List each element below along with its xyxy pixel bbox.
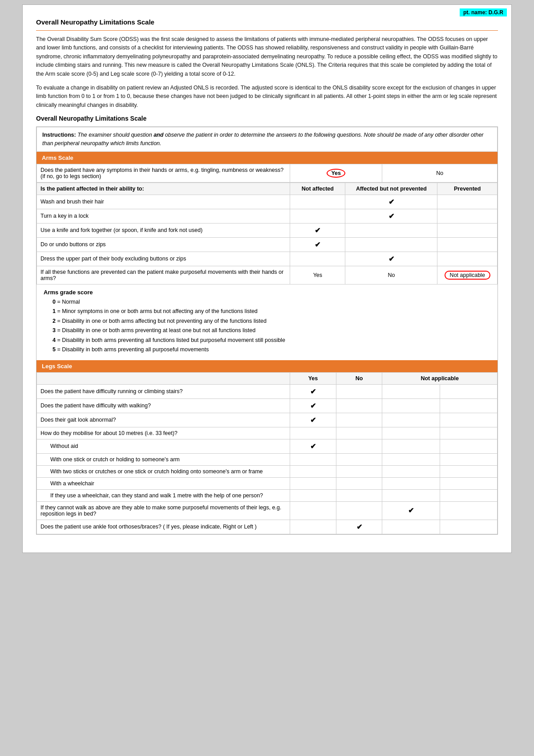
checkmark-icon: ✔ (408, 507, 414, 514)
table-row: If they use a wheelchair, can they stand… (37, 489, 498, 501)
description-2: To evaluate a change in disability on pa… (36, 84, 498, 110)
row-label: With one stick or crutch or holding to s… (37, 453, 290, 465)
na-cell-2 (440, 520, 497, 534)
row-label: If they use a wheelchair, can they stand… (37, 489, 290, 501)
na-cell-2 (440, 427, 497, 439)
row-label: Does the patient have difficulty with wa… (37, 398, 290, 413)
purposeful-movements-row: If all these functions are prevented can… (37, 266, 498, 284)
table-row: Does the patient have difficulty with wa… (37, 398, 498, 413)
arms-grade-section: Arms grade score 0 = Normal 1 = Minor sy… (36, 285, 498, 360)
table-row: Turn a key in a lock ✔ (37, 209, 498, 223)
table-row: Dress the upper part of their body exclu… (37, 252, 498, 266)
row-label: Use a knife and fork together (or spoon,… (37, 223, 290, 237)
na-cell-2 (440, 439, 497, 453)
prevented-cell (437, 209, 498, 223)
checkmark-icon: ✔ (310, 388, 316, 395)
table-row: With two sticks or crutches or one stick… (37, 465, 498, 477)
purposeful-yes-cell: Yes (290, 266, 345, 284)
arms-yes-circled: Yes (327, 169, 345, 178)
no-cell (336, 489, 382, 501)
checkmark-icon: ✔ (310, 443, 316, 450)
table-row: Wash and brush their hair ✔ (37, 195, 498, 209)
instructions-box: Instructions: The examiner should questi… (36, 127, 498, 152)
grade-num: 2 (53, 318, 56, 324)
na-cell-1 (382, 477, 440, 489)
grade-num: 1 (53, 308, 56, 314)
col-question-header: Is the patient affected in their ability… (37, 183, 290, 195)
purposeful-na-cell: Not applicable (437, 266, 498, 284)
list-item: 3 = Disability in one or both arms preve… (53, 327, 498, 335)
na-cell-1 (382, 398, 440, 413)
na-cell-2 (440, 477, 497, 489)
prevented-cell (437, 237, 498, 252)
not-affected-cell: ✔ (290, 237, 345, 252)
grade-num: 4 (53, 337, 56, 343)
checkmark-icon: ✔ (388, 255, 394, 263)
row-label: Does the patient use ankle foot orthoses… (37, 520, 290, 534)
list-item: 2 = Disability in one or both arms affec… (53, 317, 498, 325)
grade-num: 0 (53, 299, 56, 305)
yes-cell (290, 520, 336, 534)
not-affected-cell (290, 195, 345, 209)
na-cell-2 (440, 465, 497, 477)
affected-not-prevented-cell: ✔ (345, 195, 437, 209)
prevented-cell (437, 195, 498, 209)
no-cell: ✔ (336, 520, 382, 534)
patient-name-badge: pt. name: D.G.R (460, 8, 507, 16)
no-cell (336, 427, 382, 439)
checkmark-icon: ✔ (310, 416, 316, 424)
affected-not-prevented-cell (345, 237, 437, 252)
no-cell (336, 501, 382, 520)
checkmark-icon: ✔ (356, 523, 362, 531)
scale-container: Instructions: The examiner should questi… (36, 126, 498, 535)
page-title: Overall Neuropathy Limitations Scale (36, 18, 498, 26)
legs-table: Yes No Not applicable Does the patient h… (36, 372, 498, 534)
arms-grade-list: 0 = Normal 1 = Minor symptoms in one or … (44, 298, 498, 354)
affected-not-prevented-cell (345, 223, 437, 237)
yes-cell (290, 477, 336, 489)
arms-scale-header: Arms Scale (36, 152, 498, 164)
yes-cell: ✔ (290, 439, 336, 453)
table-row: Without aid ✔ (37, 439, 498, 453)
not-applicable-circled: Not applicable (445, 271, 490, 280)
table-row: With a wheelchair (37, 477, 498, 489)
na-cell-1 (382, 384, 440, 398)
arms-no-label: No (436, 170, 443, 176)
affected-not-prevented-cell: ✔ (345, 252, 437, 266)
table-row: Does the patient have difficulty running… (37, 384, 498, 398)
yes-cell (290, 465, 336, 477)
yes-cell (290, 501, 336, 520)
no-cell (336, 453, 382, 465)
row-label: With two sticks or crutches or one stick… (37, 465, 290, 477)
col-affected-not-prevented-header: Affected but not prevented (345, 183, 437, 195)
na-cell-1 (382, 453, 440, 465)
list-item: 4 = Disability in both arms preventing a… (53, 337, 498, 345)
yes-cell (290, 489, 336, 501)
na-cell-1 (382, 489, 440, 501)
arms-yn-question: Does the patient have any symptoms in th… (37, 164, 290, 182)
not-affected-cell (290, 209, 345, 223)
na-cell-2 (440, 398, 497, 413)
legs-na-header: Not applicable (382, 372, 498, 384)
na-cell-1 (382, 427, 440, 439)
arms-yn-yes-cell: Yes (290, 164, 382, 182)
na-cell-1 (382, 439, 440, 453)
purposeful-yes-label: Yes (313, 272, 322, 278)
table-row: If they cannot walk as above are they ab… (37, 501, 498, 520)
legs-scale-header: Legs Scale (36, 360, 498, 372)
description-1: The Overall Disability Sum Score (ODSS) … (36, 35, 498, 78)
no-cell (336, 413, 382, 427)
row-label: Without aid (37, 439, 290, 453)
purposeful-question: If all these functions are prevented can… (37, 266, 290, 284)
yes-cell (290, 453, 336, 465)
instructions-text: The examiner should question and observe… (42, 132, 484, 146)
yes-cell: ✔ (290, 413, 336, 427)
na-cell-2 (440, 489, 497, 501)
na-cell-1 (382, 465, 440, 477)
no-cell (336, 439, 382, 453)
na-cell-1 (382, 413, 440, 427)
no-cell (336, 384, 382, 398)
no-cell (336, 398, 382, 413)
prevented-cell (437, 223, 498, 237)
checkmark-icon: ✔ (315, 241, 320, 248)
